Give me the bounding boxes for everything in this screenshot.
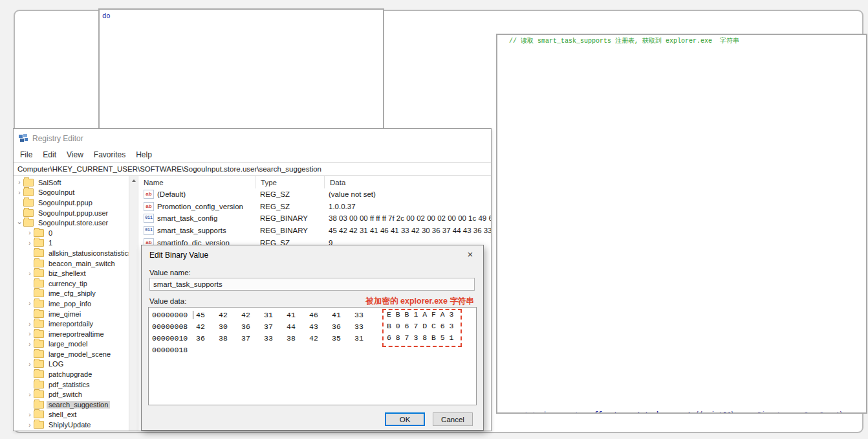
- hex-ascii: B 0 6 7 D C 6 3: [387, 321, 454, 332]
- hex-editor[interactable]: 000000004542423141464133E B B 1 A F A 30…: [148, 307, 477, 405]
- column-header-name[interactable]: Name: [138, 176, 255, 188]
- value-name: smart_task_supports: [157, 227, 226, 234]
- folder-icon: [34, 260, 44, 267]
- expand-arrow-icon[interactable]: ›: [16, 189, 23, 196]
- registry-addressbar[interactable]: Computer\HKEY_CURRENT_USER\SOFTWARE\Sogo…: [14, 162, 491, 176]
- tree-item-label: ime_cfg_shiply: [47, 289, 98, 297]
- tree-item-large_model[interactable]: ›large_model: [14, 339, 138, 350]
- expand-arrow-icon[interactable]: ›: [27, 361, 33, 368]
- value-row-smart_task_config[interactable]: 011smart_task_configREG_BINARY38 03 00 0…: [138, 212, 491, 225]
- scroll-up-icon[interactable]: [132, 179, 136, 182]
- tree-item-label: 0: [47, 229, 54, 237]
- tree-item-label: SogouInput.ppup.user: [36, 209, 110, 217]
- hex-row-00000010[interactable]: 0000001036383733384235316 8 7 3 8 B 5 1: [149, 332, 476, 344]
- folder-icon: [34, 330, 44, 338]
- expand-arrow-icon[interactable]: ›: [27, 341, 33, 348]
- tree-item-shell_ext[interactable]: ›shell_ext: [14, 410, 138, 420]
- menu-edit[interactable]: Edit: [38, 149, 61, 161]
- expand-arrow-icon[interactable]: ›: [27, 240, 33, 247]
- hex-byte: 35: [332, 334, 354, 343]
- tree-item-SogouInput.ppup[interactable]: SogouInput.ppup: [14, 197, 138, 208]
- expand-arrow-icon[interactable]: ›: [27, 300, 33, 307]
- tree-item-label: LOG: [47, 360, 65, 368]
- tree-item-imereportrealtime[interactable]: ›imereportrealtime: [14, 329, 138, 339]
- value-data: 45 42 42 31 41 46 41 33 42 30 36 37 44 4…: [323, 227, 491, 234]
- tree-item-search_suggestion[interactable]: search_suggestion: [14, 400, 138, 410]
- tree-item-patchupgrade[interactable]: patchupgrade: [14, 369, 138, 379]
- tree-item-label: allskin_statusiconstatistics: [47, 249, 133, 257]
- decompiler-snippet-top: do ++n8;while ( aSmartTaskSuppo[n8] );ff…: [98, 8, 384, 131]
- tree-item-label: currency_tip: [47, 280, 89, 287]
- tree-item-label: ShiplyUpdate: [47, 421, 92, 429]
- hex-bytes: 3638373338423531: [196, 332, 377, 344]
- expand-arrow-icon[interactable]: ›: [27, 422, 33, 429]
- tree-item-pdf_switch[interactable]: ›pdf_switch: [14, 389, 138, 400]
- registry-path: Computer\HKEY_CURRENT_USER\SOFTWARE\Sogo…: [14, 165, 321, 173]
- tree-item-0[interactable]: ›0: [14, 228, 138, 238]
- hex-row-00000008[interactable]: 000000084230363744433633B 0 6 7 D C 6 3: [149, 321, 476, 332]
- tree-item-beacon_main_switch[interactable]: beacon_main_switch: [14, 258, 138, 269]
- tree-item-pdf_statistics[interactable]: pdf_statistics: [14, 379, 138, 390]
- value-row-(Default)[interactable]: ab(Default)REG_SZ(value not set): [138, 188, 491, 201]
- hex-row-00000000[interactable]: 000000004542423141464133E B B 1 A F A 3: [149, 309, 476, 321]
- column-header-type[interactable]: Type: [255, 176, 325, 188]
- tree-item-SogouInput.ppup.user[interactable]: SogouInput.ppup.user: [14, 208, 138, 218]
- folder-icon: [34, 239, 44, 247]
- reg-binary-icon: 011: [144, 214, 154, 223]
- tree-item-SogouInput[interactable]: ›SogouInput: [14, 188, 138, 198]
- close-icon[interactable]: ×: [464, 248, 477, 261]
- folder-icon: [23, 188, 34, 196]
- tree-item-SogouInput.store.user[interactable]: ›SogouInput.store.user: [14, 218, 138, 228]
- expand-arrow-icon[interactable]: ›: [27, 391, 33, 398]
- tree-item-label: beacon_main_switch: [47, 260, 117, 267]
- value-name-field[interactable]: smart_task_supports: [149, 278, 475, 291]
- column-header-data[interactable]: Data: [325, 176, 491, 188]
- expand-arrow-icon[interactable]: ›: [27, 321, 33, 328]
- tree-item-label: ime_qimei: [47, 310, 83, 318]
- value-type: REG_SZ: [255, 203, 323, 210]
- tree-item-ime_pop_info[interactable]: ›ime_pop_info: [14, 298, 138, 309]
- menu-file[interactable]: File: [15, 149, 38, 161]
- edit-binary-value-dialog: Edit Binary Value × Value name: smart_ta…: [141, 245, 484, 431]
- tree-item-currency_tip[interactable]: currency_tip: [14, 278, 138, 289]
- tree-item-SalSoft[interactable]: ›SalSoft: [14, 177, 138, 188]
- code-line: // 读取 smart_task_supports 注册表, 获取到 explo…: [501, 37, 862, 411]
- ok-button[interactable]: OK: [385, 412, 425, 426]
- reg-sz-icon: ab: [144, 202, 154, 211]
- menu-view[interactable]: View: [61, 149, 89, 161]
- tree-item-ShiplyUpdate[interactable]: ›ShiplyUpdate: [14, 420, 138, 430]
- tree-item-biz_shellext[interactable]: ›biz_shellext: [14, 268, 138, 278]
- tree-item-imereportdaily[interactable]: ›imereportdaily: [14, 319, 138, 329]
- expand-arrow-icon[interactable]: ›: [27, 411, 33, 418]
- tree-item-ime_cfg_shiply[interactable]: ime_cfg_shiply: [14, 289, 138, 299]
- tree-scrollbar[interactable]: [129, 176, 138, 431]
- hex-row-00000018[interactable]: 00000018: [149, 344, 476, 355]
- folder-icon: [23, 179, 34, 186]
- tree-item-large_model_scene[interactable]: large_model_scene: [14, 349, 138, 359]
- tree-item-LOG[interactable]: ›LOG: [14, 359, 138, 370]
- expand-arrow-icon[interactable]: ›: [27, 270, 33, 277]
- code-line: do: [102, 12, 380, 128]
- tree-item-ime_qimei[interactable]: ime_qimei: [14, 309, 138, 319]
- value-row-Promotion_config_version[interactable]: abPromotion_config_versionREG_SZ1.0.0.37: [138, 201, 491, 213]
- value-row-smart_task_supports[interactable]: 011smart_task_supportsREG_BINARY45 42 42…: [138, 225, 491, 237]
- dialog-titlebar[interactable]: Edit Binary Value ×: [142, 245, 483, 264]
- value-data: (value not set): [323, 190, 491, 198]
- collapse-arrow-icon[interactable]: ›: [16, 220, 23, 226]
- expand-arrow-icon[interactable]: ›: [27, 330, 33, 337]
- hex-byte: 42: [309, 334, 332, 343]
- cancel-button[interactable]: Cancel: [433, 412, 473, 426]
- registry-titlebar[interactable]: Registry Editor: [14, 129, 491, 148]
- tree-item-label: 1: [47, 239, 54, 247]
- expand-arrow-icon[interactable]: ›: [27, 229, 33, 236]
- menu-favorites[interactable]: Favorites: [89, 149, 131, 161]
- tree-item-allskin_statusiconstatistics[interactable]: allskin_statusiconstatistics: [14, 248, 138, 258]
- menu-help[interactable]: Help: [131, 149, 157, 161]
- tree-item-1[interactable]: ›1: [14, 238, 138, 249]
- decompiler-panel-right: // 读取 smart_task_supports 注册表, 获取到 explo…: [496, 34, 867, 414]
- registry-tree: ›SalSoft›SogouInputSogouInput.ppupSogouI…: [14, 176, 138, 431]
- value-name-label: Value name:: [149, 269, 191, 276]
- hex-address: 00000008: [149, 322, 191, 331]
- folder-icon: [34, 411, 44, 418]
- expand-arrow-icon[interactable]: ›: [16, 179, 23, 186]
